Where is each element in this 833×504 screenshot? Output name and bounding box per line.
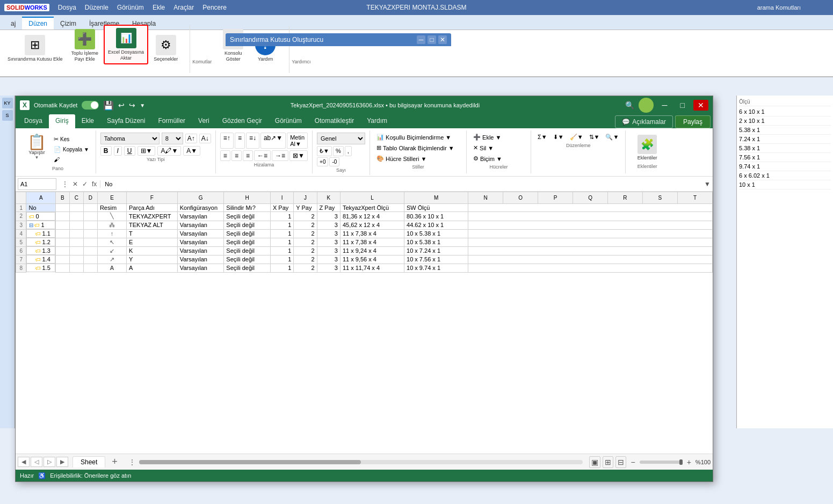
excel-tab-sayfa[interactable]: Sayfa Düzeni	[100, 114, 151, 128]
col-header-s[interactable]: S	[642, 192, 677, 204]
wrap-text[interactable]: MetinAl▼	[287, 133, 308, 149]
cell-l1[interactable]: TekyazXpert Ölçü	[340, 204, 404, 212]
btn-excel-aktar[interactable]: 📊 Excel DosyasınaAktar	[104, 25, 148, 64]
cell-d3[interactable]	[83, 221, 97, 229]
cell-m7[interactable]: 10 x 7.56 x 1	[404, 255, 468, 264]
cell-a8[interactable]: 🏷 1.5	[26, 264, 55, 272]
btn-kopyala[interactable]: 📄 Kopyala ▼	[52, 145, 91, 154]
cell-g8[interactable]: Varsayılan	[177, 264, 224, 272]
col-header-o[interactable]: O	[503, 192, 538, 204]
col-header-a[interactable]: A	[26, 192, 55, 204]
fill-color-btn[interactable]: A🖍▼	[157, 146, 181, 156]
cell-d4[interactable]	[83, 229, 97, 238]
menu-araclar[interactable]: Araçlar	[171, 3, 196, 12]
cell-m8[interactable]: 10 x 9.74 x 1	[404, 264, 468, 272]
number-format-select[interactable]: Genel	[317, 133, 365, 144]
col-header-t[interactable]: T	[677, 192, 712, 204]
formula-cancel-icon[interactable]: ✕	[71, 180, 79, 188]
tab-nav-left2[interactable]: ◁	[31, 457, 42, 467]
cell-f5[interactable]: E	[127, 238, 178, 246]
text-direction[interactable]: ab↗▼	[260, 133, 286, 149]
normal-view-btn[interactable]: ▣	[589, 456, 600, 468]
dialog-maximize[interactable]: □	[428, 35, 436, 44]
cell-k4[interactable]: 3	[317, 229, 340, 238]
cell-f8[interactable]: A	[127, 264, 178, 272]
cell-i6[interactable]: 1	[270, 246, 293, 255]
cell-b8[interactable]	[55, 264, 69, 272]
cell-j3[interactable]: 2	[294, 221, 317, 229]
cell-g2[interactable]: Varsayılan	[177, 212, 224, 221]
cell-l5[interactable]: 11 x 7,38 x 4	[340, 238, 404, 246]
cell-l8[interactable]: 11 x 11,74 x 4	[340, 264, 404, 272]
cell-g3[interactable]: Varsayılan	[177, 221, 224, 229]
zoom-slider[interactable]	[679, 459, 683, 465]
cell-a4[interactable]: 🏷 1.1	[26, 229, 55, 238]
cell-a2[interactable]: 🏷 0	[26, 212, 55, 221]
fill-btn[interactable]: ⬇▼	[551, 133, 566, 142]
find-select-btn[interactable]: 🔍▼	[603, 133, 621, 142]
col-header-n[interactable]: N	[468, 192, 503, 204]
format-cells-btn[interactable]: ⚙ Biçim ▼	[471, 154, 526, 163]
quick-access-more[interactable]: ▼	[140, 103, 145, 108]
page-break-btn[interactable]: ⊟	[615, 456, 626, 468]
cell-h3[interactable]: Seçili değil	[224, 221, 271, 229]
cell-g6[interactable]: Varsayılan	[177, 246, 224, 255]
cell-h2[interactable]: Seçili değil	[224, 212, 271, 221]
col-header-h[interactable]: H	[224, 192, 271, 204]
cell-h8[interactable]: Seçili değil	[224, 264, 271, 272]
formula-expand-icon[interactable]: ⋮	[61, 180, 69, 188]
cell-m1[interactable]: SW Ölçü	[404, 204, 468, 212]
cell-f1[interactable]: Parça Adı	[127, 204, 178, 212]
col-header-b[interactable]: B	[55, 192, 69, 204]
sw-left-btn-1[interactable]: KY	[2, 98, 13, 108]
font-size-select[interactable]: 8	[162, 133, 183, 144]
currency-btn[interactable]: ₺▼	[317, 146, 332, 156]
cell-j8[interactable]: 2	[294, 264, 317, 272]
cell-c4[interactable]	[69, 229, 83, 238]
cell-a3[interactable]: ⊟🏷 1	[26, 221, 55, 229]
cell-a6[interactable]: 🏷 1.3	[26, 246, 55, 255]
cell-b2[interactable]	[55, 212, 69, 221]
percent-btn[interactable]: %	[333, 146, 344, 156]
thousands-btn[interactable]: ,	[345, 146, 352, 156]
formula-expand-arrow[interactable]: ▼	[704, 180, 711, 188]
formula-confirm-icon[interactable]: ✓	[81, 180, 89, 188]
cell-b4[interactable]	[55, 229, 69, 238]
cell-g5[interactable]: Varsayılan	[177, 238, 224, 246]
cell-j1[interactable]: Y Pay	[294, 204, 317, 212]
cell-k6[interactable]: 3	[317, 246, 340, 255]
bold-btn[interactable]: B	[100, 146, 112, 156]
excel-tab-gorunum[interactable]: Görünüm	[269, 114, 308, 128]
cell-a7[interactable]: 🏷 1.4	[26, 255, 55, 264]
autosave-toggle[interactable]	[82, 101, 99, 109]
cell-g7[interactable]: Varsayılan	[177, 255, 224, 264]
zoom-out-btn[interactable]: −	[628, 457, 637, 468]
cell-e4[interactable]: ↑	[97, 229, 126, 238]
cell-b3[interactable]	[55, 221, 69, 229]
cell-i7[interactable]: 1	[270, 255, 293, 264]
eklentiler-btn[interactable]: 🧩 Eklentiler	[630, 133, 664, 163]
italic-btn[interactable]: I	[114, 146, 122, 156]
menu-dosya[interactable]: Dosya	[56, 3, 78, 12]
excel-tab-otomatik[interactable]: Otomatikleştir	[308, 114, 360, 128]
cell-g4[interactable]: Varsayılan	[177, 229, 224, 238]
btn-sinirlandirma-ekle[interactable]: ⊞ Sınırandırma Kutusu Ekle	[4, 33, 66, 64]
cell-styles-btn[interactable]: 🎨 Hücre Stilleri ▼	[374, 154, 462, 163]
excel-tab-formuller[interactable]: Formüller	[151, 114, 192, 128]
col-header-k[interactable]: K	[317, 192, 340, 204]
formula-input[interactable]	[103, 180, 704, 188]
align-right[interactable]: ≡	[243, 150, 253, 161]
cell-d1[interactable]	[83, 204, 97, 212]
col-header-g[interactable]: G	[177, 192, 224, 204]
cell-f2[interactable]: TEKYAZXPERT	[127, 212, 178, 221]
col-header-c[interactable]: C	[69, 192, 83, 204]
undo-btn[interactable]: ↩	[118, 101, 125, 109]
comments-btn[interactable]: 💬 Açıklamalar	[615, 115, 673, 128]
save-btn[interactable]: 💾	[103, 100, 114, 111]
cell-c1[interactable]	[69, 204, 83, 212]
excel-tab-giris[interactable]: Giriş	[49, 114, 75, 128]
cell-j5[interactable]: 2	[294, 238, 317, 246]
excel-tab-dosya[interactable]: Dosya	[18, 114, 49, 128]
cell-l6[interactable]: 11 x 9,24 x 4	[340, 246, 404, 255]
cell-j2[interactable]: 2	[294, 212, 317, 221]
